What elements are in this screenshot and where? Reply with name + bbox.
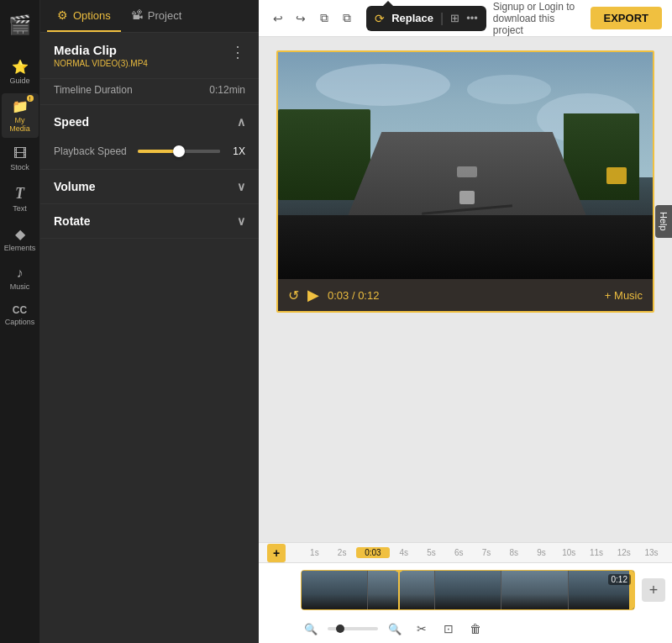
ruler-mark-10s: 10s: [555, 548, 583, 557]
panel-tabs: ⚙ Options 📽 Project: [40, 0, 259, 33]
track-thumbnail: [302, 571, 634, 609]
sidebar-item-elements[interactable]: ◆ Elements: [2, 221, 39, 257]
road-line-2: [457, 166, 476, 177]
add-music-button[interactable]: + Music: [605, 289, 643, 302]
sidebar-item-guide[interactable]: ⭐ Guide: [2, 54, 39, 90]
redo-button[interactable]: ↪: [292, 7, 311, 30]
ruler-mark-6s: 6s: [445, 548, 473, 557]
timeline-track[interactable]: 0:12: [301, 570, 635, 610]
rotate-section-title: Rotate: [54, 214, 91, 228]
clip-more-button[interactable]: ⋮: [230, 43, 245, 61]
delete-tool-button[interactable]: 🗑: [465, 619, 486, 639]
undo-button[interactable]: ↩: [269, 7, 287, 30]
speed-section-title: Speed: [54, 115, 89, 129]
more-popup-icon[interactable]: •••: [466, 12, 478, 24]
redo-icon: ↪: [296, 12, 306, 25]
trees-left: [278, 109, 370, 200]
rotate-chevron-icon: ∨: [237, 214, 245, 228]
video-container: ↺ ▶ 0:03 / 0:12 + Music: [276, 50, 654, 313]
music-icon: ♪: [17, 266, 24, 281]
play-button[interactable]: ▶: [307, 286, 319, 304]
ruler-mark-11s: 11s: [583, 548, 611, 557]
trees-right: [564, 113, 639, 200]
speed-slider-track: [138, 150, 220, 153]
sidebar-label-my-media: My Media: [5, 116, 35, 133]
delete-icon: 🗑: [470, 622, 481, 635]
clip-subtitle: NORMAL VIDEO(3).MP4: [54, 59, 148, 68]
sidebar: 🎬 ⭐ Guide 📁 ! My Media 🎞 Stock T Text ◆ …: [0, 0, 40, 643]
speed-slider[interactable]: [138, 150, 220, 153]
video-area: ↺ ▶ 0:03 / 0:12 + Music Help: [259, 37, 672, 542]
tab-options[interactable]: ⚙ Options: [47, 0, 121, 32]
timeline-tools: 🔍 🔍 ✂ ⊡ 🗑: [259, 614, 672, 643]
track-playhead[interactable]: [398, 570, 400, 610]
help-tab[interactable]: Help: [655, 205, 672, 238]
replace-label[interactable]: Replace: [391, 12, 433, 24]
zoom-in-icon: 🔍: [388, 623, 402, 635]
clip-title: Media Clip: [54, 43, 148, 57]
cut-icon: ✂: [417, 622, 427, 635]
volume-section-header[interactable]: Volume ∨: [40, 170, 259, 203]
replace-icon: ⟳: [375, 12, 385, 25]
ruler-mark-7s: 7s: [473, 548, 501, 557]
ruler-mark-8s: 8s: [500, 548, 528, 557]
export-button[interactable]: EXPORT: [591, 7, 662, 29]
duration-label: Timeline Duration: [54, 84, 133, 96]
cut-tool-button[interactable]: ✂: [412, 619, 432, 639]
road-line-1: [459, 191, 474, 204]
trim-tool-button[interactable]: ⊡: [438, 619, 459, 639]
video-controls: ↺ ▶ 0:03 / 0:12 + Music: [278, 279, 653, 311]
video-preview: [278, 52, 654, 279]
sidebar-label-text: Text: [13, 204, 27, 213]
replace-popup: ⟳ Replace | ⊞ •••: [366, 6, 486, 31]
ruler-mark-9s: 9s: [528, 548, 555, 557]
playback-speed-label: Playback Speed: [54, 145, 129, 157]
timeline-ruler: + 1s 2s 0:03 4s 5s 6s 7s 8s 9s 10s 11s 1…: [259, 543, 672, 563]
video-time-display: 0:03 / 0:12: [328, 289, 379, 302]
zoom-slider[interactable]: [328, 627, 378, 630]
adjust-icon[interactable]: ⊞: [450, 12, 459, 24]
speed-section: Speed ∧ Playback Speed 1X: [40, 105, 259, 170]
sidebar-label-music: Music: [10, 282, 30, 291]
cloud-1: [316, 64, 450, 106]
sidebar-item-captions[interactable]: CC Captions: [2, 299, 39, 331]
replay-button[interactable]: ↺: [288, 287, 299, 303]
add-track-button[interactable]: +: [642, 578, 665, 602]
playback-speed-row: Playback Speed 1X: [54, 145, 245, 157]
sidebar-label-captions: Captions: [5, 318, 35, 326]
timeline-area: + 1s 2s 0:03 4s 5s 6s 7s 8s 9s 10s 11s 1…: [259, 542, 672, 643]
speed-section-header[interactable]: Speed ∧: [40, 105, 259, 139]
paste-button[interactable]: ⧉: [339, 7, 357, 30]
options-tab-icon: ⚙: [57, 8, 68, 22]
signup-text: Signup or Login to download this project: [493, 1, 584, 36]
sidebar-item-my-media[interactable]: 📁 ! My Media: [2, 93, 39, 138]
volume-section-title: Volume: [54, 180, 96, 193]
zoom-slider-thumb[interactable]: [336, 625, 344, 633]
options-tab-label: Options: [73, 9, 111, 22]
speed-section-content: Playback Speed 1X: [40, 139, 259, 169]
clip-info: Media Clip NORMAL VIDEO(3).MP4 ⋮: [40, 33, 259, 79]
speed-slider-thumb[interactable]: [173, 145, 185, 157]
trim-icon: ⊡: [444, 622, 454, 635]
captions-icon: CC: [13, 304, 27, 316]
track-thumbnails: [302, 571, 634, 609]
sidebar-label-elements: Elements: [4, 244, 36, 252]
ruler-mark-4s: 4s: [390, 548, 417, 557]
top-toolbar: ↩ ↪ ⧉ ⧉ ⟳ Replace | ⊞ ••• Signup or Log: [259, 0, 672, 37]
rotate-section-header[interactable]: Rotate ∨: [40, 204, 259, 238]
add-track-icon: +: [649, 582, 659, 599]
sidebar-item-text[interactable]: T Text: [2, 180, 39, 218]
project-tab-label: Project: [148, 9, 181, 22]
zoom-out-button[interactable]: 🔍: [301, 619, 321, 639]
road-scene: [278, 52, 654, 279]
zoom-in-button[interactable]: 🔍: [385, 619, 405, 639]
add-clip-button[interactable]: +: [267, 544, 286, 562]
clip-duration-row: Timeline Duration 0:12min: [40, 79, 259, 105]
tab-project[interactable]: 📽 Project: [121, 0, 192, 32]
sidebar-item-stock[interactable]: 🎞 Stock: [2, 141, 39, 177]
cloud-2: [467, 75, 551, 104]
sidebar-item-music[interactable]: ♪ Music: [2, 261, 39, 296]
ruler-mark-2s: 2s: [328, 548, 356, 557]
copy-button[interactable]: ⧉: [315, 7, 333, 30]
sidebar-label-stock: Stock: [10, 163, 29, 171]
